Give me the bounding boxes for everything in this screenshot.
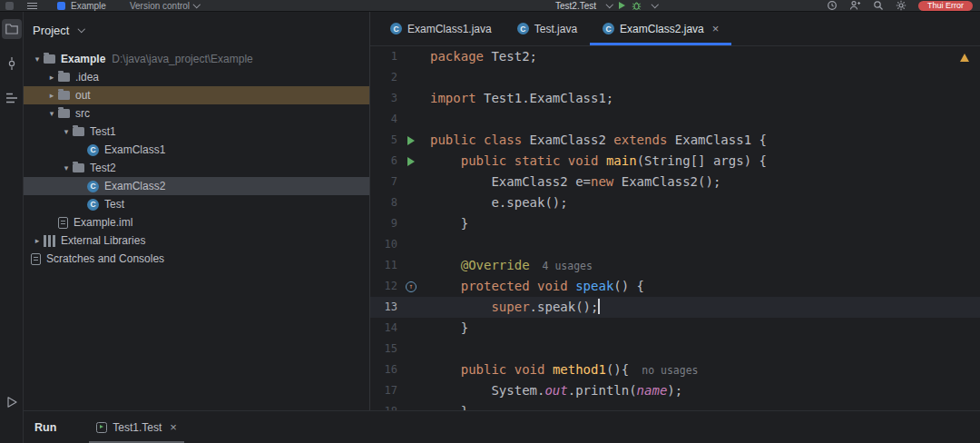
code-area[interactable]: 1package Test2;23import Test1.ExamClass1… (370, 46, 980, 410)
editor-tab-Test.java[interactable]: CTest.java (505, 12, 590, 45)
chevron-down-icon[interactable]: ▾ (60, 159, 73, 177)
tree-item-test[interactable]: CTest (24, 195, 369, 213)
line-number: 18 (370, 401, 397, 410)
java-class-icon: C (517, 23, 529, 34)
code-line-4[interactable]: 4 (370, 109, 980, 130)
main-menu-icon[interactable] (27, 3, 37, 9)
gutter (397, 213, 425, 234)
chevron-down-icon (193, 1, 201, 8)
tree-item-test2[interactable]: ▾Test2 (24, 159, 369, 177)
code-text: } (425, 401, 468, 410)
gutter (397, 192, 425, 213)
chevron-right-icon[interactable]: ▸ (45, 86, 58, 104)
chevron-down-icon[interactable]: ▾ (31, 50, 44, 68)
project-widget[interactable]: Example (71, 1, 106, 11)
java-class-icon: C (87, 181, 99, 192)
gutter (397, 401, 425, 410)
override-gutter-icon[interactable]: ↑ (406, 281, 416, 292)
run-tool-icon[interactable] (2, 392, 22, 412)
code-line-12[interactable]: 12↑ protected void speak() { (370, 276, 980, 297)
run-button[interactable] (619, 2, 625, 9)
code-line-6[interactable]: 6 public static void main(String[] args)… (370, 151, 980, 172)
scratches-icon (31, 253, 41, 265)
tree-item-test1[interactable]: ▾Test1 (24, 123, 369, 141)
tree-item-examclass1[interactable]: CExamClass1 (24, 141, 369, 159)
editor-tab-ExamClass2.java[interactable]: CExamClass2.java× (590, 12, 731, 45)
chevron-down-icon[interactable]: ▾ (60, 123, 73, 141)
code-text (425, 67, 430, 88)
tree-item-example[interactable]: ▾ExampleD:\java\java_project\Example (24, 50, 369, 68)
run-panel: Run Test1.Test × (24, 410, 980, 443)
code-line-5[interactable]: 5public class ExamClass2 extends ExamCla… (370, 130, 980, 151)
code-line-2[interactable]: 2 (370, 67, 980, 88)
project-panel-header[interactable]: Project (24, 17, 369, 43)
code-line-17[interactable]: 17 System.out.println(name); (370, 380, 980, 401)
tree-item--idea[interactable]: ▸.idea (24, 68, 369, 86)
main-toolbar: Example Version control Test2.Test (0, 0, 980, 12)
project-panel-title: Project (33, 24, 69, 37)
code-line-16[interactable]: 16 public void method1(){no usages (370, 359, 980, 380)
tree-item-label: ExamClass1 (104, 143, 165, 156)
package-icon (73, 163, 84, 172)
close-tab-icon[interactable]: × (712, 22, 720, 35)
java-class-icon: C (390, 23, 402, 34)
run-tab-label: Test1.Test (113, 421, 162, 434)
code-line-18[interactable]: 18 } (370, 401, 980, 410)
tree-item-out[interactable]: ▸out (24, 86, 369, 104)
code-text (425, 109, 430, 130)
chevron-down-icon[interactable] (606, 1, 613, 8)
code-line-3[interactable]: 3import Test1.ExamClass1; (370, 88, 980, 109)
tree-item-examclass2[interactable]: CExamClass2 (24, 177, 369, 195)
structure-tool-icon[interactable] (2, 88, 22, 108)
gutter (397, 318, 425, 339)
error-button[interactable]: Thui Error (918, 1, 973, 11)
code-text: public void method1(){no usages (425, 359, 699, 380)
project-tool-icon[interactable] (2, 19, 22, 39)
tree-item-scratches-and-consoles[interactable]: Scratches and Consoles (24, 250, 369, 268)
chevron-down-icon[interactable]: ▾ (45, 104, 58, 123)
editor-tab-ExamClass1.java[interactable]: CExamClass1.java (377, 12, 505, 45)
code-line-10[interactable]: 10 (370, 234, 980, 255)
code-text: } (425, 213, 468, 234)
code-line-14[interactable]: 14 } (370, 318, 980, 339)
tree-item-external-libraries[interactable]: ▸External Libraries (24, 231, 369, 250)
gutter (397, 380, 425, 401)
run-panel-title[interactable]: Run (34, 421, 56, 434)
vcs-widget[interactable]: Version control (130, 1, 190, 11)
chevron-right-icon[interactable]: ▸ (45, 68, 58, 86)
chevron-right-icon[interactable]: ▸ (31, 231, 44, 250)
folder-icon (58, 73, 70, 82)
code-with-me-icon[interactable] (849, 0, 861, 11)
code-line-15[interactable]: 15 (370, 339, 980, 359)
test-run-icon (96, 422, 107, 433)
debug-button[interactable] (632, 1, 642, 11)
more-run-options-icon[interactable] (651, 1, 658, 8)
tree-item-label: Scratches and Consoles (46, 252, 164, 265)
tree-item-src[interactable]: ▾src (24, 104, 369, 123)
code-text (425, 339, 430, 359)
inspection-warning-icon[interactable] (960, 54, 969, 62)
run-gutter-icon[interactable] (407, 136, 415, 145)
settings-gear-icon[interactable] (896, 0, 906, 11)
code-line-11[interactable]: 11 @Override4 usages (370, 255, 980, 276)
code-line-13[interactable]: 13 super.speak(); (370, 297, 980, 318)
code-text: ExamClass2 e=new ExamClass2(); (425, 172, 720, 192)
code-line-9[interactable]: 9 } (370, 213, 980, 234)
commit-tool-icon[interactable] (2, 54, 22, 74)
line-number: 3 (370, 88, 397, 109)
run-config-selector[interactable]: Test2.Test (555, 1, 596, 11)
code-line-1[interactable]: 1package Test2; (370, 46, 980, 67)
recent-activity-icon[interactable] (827, 0, 838, 11)
line-number: 15 (370, 339, 397, 359)
run-gutter-icon[interactable] (407, 157, 415, 166)
line-number: 2 (370, 67, 397, 88)
code-line-8[interactable]: 8 e.speak(); (370, 192, 980, 213)
close-tab-icon[interactable]: × (170, 420, 177, 434)
code-line-7[interactable]: 7 ExamClass2 e=new ExamClass2(); (370, 172, 980, 192)
run-tab[interactable]: Test1.Test × (89, 411, 184, 443)
library-icon (44, 235, 55, 247)
search-icon[interactable] (873, 0, 884, 11)
chevron-down-icon (78, 25, 85, 33)
code-text: import Test1.ExamClass1; (425, 88, 613, 109)
tree-item-example-iml[interactable]: Example.iml (24, 213, 369, 231)
